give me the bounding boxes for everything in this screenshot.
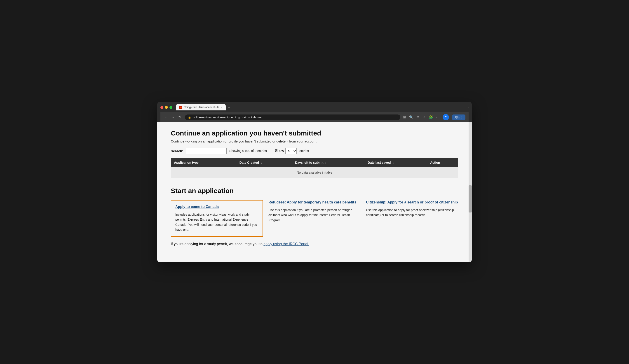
share-icon[interactable]: ⬆ <box>417 115 420 119</box>
lock-icon: 🔒 <box>188 116 191 119</box>
card-citizenship-link[interactable]: Citizenship: Apply for a search or proof… <box>366 200 458 205</box>
bookmark-icon[interactable]: ☆ <box>423 115 426 119</box>
sort-icon-days-left: ↕ <box>325 161 326 164</box>
show-label: Show <box>275 149 284 153</box>
tab-bar: 🍁 Ching-Hsin Hsu's account - Ir × + <box>176 104 466 111</box>
page-content: Continue an application you haven't subm… <box>157 122 472 262</box>
sort-icon-date-created: ↓ <box>261 161 262 164</box>
update-button[interactable]: 更新 ⋮ <box>452 115 466 120</box>
active-tab[interactable]: 🍁 Ching-Hsin Hsu's account - Ir × <box>176 104 226 111</box>
search-input[interactable] <box>186 148 227 154</box>
ircc-portal-link[interactable]: apply using the IRCC Portal. <box>263 242 309 246</box>
col-application-type[interactable]: Application type ↕ <box>171 158 236 167</box>
profile-button[interactable]: C <box>443 114 449 120</box>
applications-table: Application type ↕ Date Created ↓ Days l… <box>171 158 458 178</box>
tab-close-button[interactable]: × <box>220 106 223 109</box>
col-days-left[interactable]: Days left to submit ↕ <box>292 158 364 167</box>
address-bar: ← → ↻ 🔒 onlineservices-servicesenligne.c… <box>160 112 469 122</box>
card-canada-desc: Includes applications for visitor visas,… <box>175 212 259 232</box>
extensions-icon[interactable]: 🧩 <box>429 115 433 119</box>
toolbar-icons: ⊞ 🔍 ⬆ ☆ 🧩 ▭ C 更新 ⋮ <box>403 114 466 120</box>
traffic-lights <box>160 106 172 109</box>
tab-title: Ching-Hsin Hsu's account - Ir <box>184 106 219 109</box>
col-date-last-saved[interactable]: Date last saved ↕ <box>365 158 427 167</box>
study-permit-text: If you're applying for a study permit, w… <box>171 242 263 246</box>
scrollbar-thumb[interactable] <box>469 185 472 213</box>
entries-label: entries <box>299 149 309 153</box>
sort-icon-date-last-saved: ↕ <box>392 161 394 164</box>
card-canada-link[interactable]: Apply to come to Canada <box>175 205 259 209</box>
back-button[interactable]: ← <box>163 115 168 119</box>
search-row: Search: Showing 0 to 0 of 0 entries | Sh… <box>171 148 458 154</box>
start-title: Start an application <box>171 187 458 195</box>
continue-title: Continue an application you haven't subm… <box>171 129 458 137</box>
refresh-button[interactable]: ↻ <box>177 115 182 120</box>
address-input[interactable]: 🔒 onlineservices-servicesenligne.cic.gc.… <box>185 115 400 120</box>
scrollbar[interactable] <box>469 122 472 262</box>
translate-icon[interactable]: ⊞ <box>403 115 406 119</box>
card-citizenship: Citizenship: Apply for a search or proof… <box>366 200 458 237</box>
address-text: onlineservices-servicesenligne.cic.gc.ca… <box>193 116 261 119</box>
table-empty-row: No data available in table <box>171 167 458 178</box>
table-header-row: Application type ↕ Date Created ↓ Days l… <box>171 158 458 167</box>
continue-section: Continue an application you haven't subm… <box>171 129 458 178</box>
card-canada: Apply to come to Canada Includes applica… <box>171 200 263 237</box>
continue-subtitle: Continue working on an application or pr… <box>171 139 458 143</box>
card-refugees-link[interactable]: Refugees: Apply for temporary health car… <box>268 200 361 205</box>
new-tab-button[interactable]: + <box>226 105 232 111</box>
nav-buttons: ← → ↻ <box>163 115 182 120</box>
app-cards: Apply to come to Canada Includes applica… <box>171 200 458 237</box>
close-traffic-light[interactable] <box>160 106 163 109</box>
titlebar: 🍁 Ching-Hsin Hsu's account - Ir × + › <box>160 104 469 111</box>
card-refugees: Refugees: Apply for temporary health car… <box>268 200 361 237</box>
divider: | <box>270 149 271 153</box>
sort-icon-app-type: ↕ <box>200 161 202 164</box>
showing-text: Showing 0 to 0 of 0 entries <box>229 149 267 153</box>
entries-per-page-select[interactable]: 5 10 25 50 <box>285 148 297 154</box>
sidebar-icon[interactable]: ▭ <box>436 115 440 119</box>
start-section: Start an application Apply to come to Ca… <box>171 187 458 246</box>
minimize-traffic-light[interactable] <box>165 106 168 109</box>
browser-chrome: 🍁 Ching-Hsin Hsu's account - Ir × + › ← … <box>157 102 472 122</box>
card-refugees-desc: Use this application if you are a protec… <box>268 208 361 223</box>
tab-favicon: 🍁 <box>179 106 182 109</box>
empty-table-message: No data available in table <box>171 167 458 178</box>
search-icon[interactable]: 🔍 <box>409 115 413 119</box>
browser-window: 🍁 Ching-Hsin Hsu's account - Ir × + › ← … <box>157 102 472 262</box>
card-citizenship-desc: Use this application to apply for proof … <box>366 208 458 218</box>
study-permit-note: If you're applying for a study permit, w… <box>171 242 458 246</box>
col-action: Action <box>427 158 458 167</box>
browser-more-icon[interactable]: › <box>468 106 469 109</box>
forward-button[interactable]: → <box>170 115 175 119</box>
show-select-group: Show 5 10 25 50 <box>275 148 297 154</box>
maximize-traffic-light[interactable] <box>169 106 172 109</box>
search-label: Search: <box>171 149 183 153</box>
col-date-created[interactable]: Date Created ↓ <box>236 158 292 167</box>
